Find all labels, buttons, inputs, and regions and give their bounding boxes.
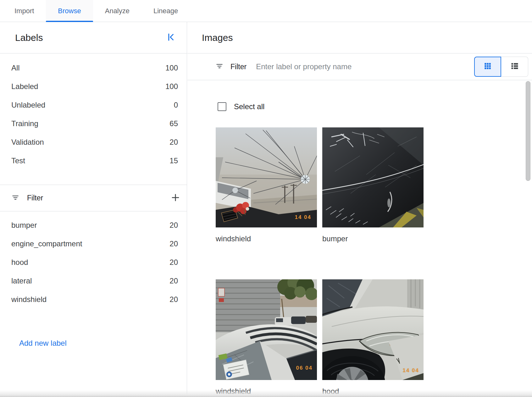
add-new-label-link[interactable]: Add new label — [19, 339, 67, 348]
vertical-scrollbar-thumb[interactable] — [526, 81, 530, 181]
split-count: 100 — [165, 82, 178, 91]
label-row-bumper[interactable]: bumper 20 — [0, 216, 187, 234]
label-name: bumper — [11, 221, 37, 230]
images-panel-header: Images — [187, 22, 532, 53]
image-caption: bumper — [322, 234, 424, 243]
split-row-unlabeled[interactable]: Unlabeled 0 — [0, 96, 187, 114]
label-count: 20 — [169, 277, 178, 285]
label-name: windshield — [11, 295, 47, 304]
split-label: Test — [11, 156, 25, 165]
tab-import[interactable]: Import — [3, 0, 46, 22]
split-count: 15 — [169, 156, 178, 165]
select-all-label: Select all — [234, 102, 264, 111]
photo-timestamp: 14 04 — [295, 214, 311, 221]
collapse-panel-button[interactable] — [165, 32, 176, 43]
image-thumbnail-windshield-1[interactable]: 14 04 — [216, 127, 317, 227]
label-name: hood — [11, 258, 28, 267]
collapse-panel-icon — [166, 32, 175, 43]
split-row-training[interactable]: Training 65 — [0, 114, 187, 133]
labels-filter-row: Filter — [0, 185, 187, 211]
images-filter-label: Filter — [230, 63, 247, 71]
top-tab-bar: Import Browse Analyze Lineage — [0, 0, 532, 22]
image-card: 14 04 hood — [322, 279, 424, 396]
photo-timestamp: 14 04 — [402, 367, 419, 374]
list-view-icon — [510, 62, 519, 72]
image-card: 14 04 windshield — [216, 127, 317, 243]
label-count: 20 — [169, 258, 178, 267]
view-toggle-group — [474, 57, 528, 77]
split-label: Labeled — [11, 82, 38, 91]
label-name: lateral — [11, 277, 32, 285]
labels-panel: Labels All 100 Labeled 100 Unlabeled 0 T… — [0, 22, 187, 397]
split-count: 20 — [169, 138, 178, 147]
split-label: Unlabeled — [11, 101, 45, 109]
label-row-engine-compartment[interactable]: engine_compartment 20 — [0, 234, 187, 253]
image-thumbnail-windshield-2[interactable]: 06 04 — [216, 279, 317, 380]
split-label: Validation — [11, 138, 44, 147]
plus-icon — [171, 193, 180, 204]
image-card: bumper — [322, 127, 424, 243]
label-count: 20 — [169, 221, 178, 230]
label-name: engine_compartment — [11, 239, 82, 248]
tab-analyze[interactable]: Analyze — [93, 0, 141, 22]
list-view-button[interactable] — [501, 57, 528, 77]
image-thumbnail-hood[interactable]: 14 04 — [322, 279, 424, 380]
dataset-split-list: All 100 Labeled 100 Unlabeled 0 Training… — [0, 53, 187, 185]
split-row-all[interactable]: All 100 — [0, 59, 187, 77]
label-count: 20 — [169, 239, 178, 248]
split-count: 100 — [165, 64, 178, 72]
grid-view-button[interactable] — [474, 57, 501, 77]
images-content-area: Select all — [187, 80, 532, 397]
tab-browse[interactable]: Browse — [46, 0, 93, 22]
grid-view-icon — [484, 62, 492, 71]
label-list: bumper 20 engine_compartment 20 hood 20 … — [0, 211, 187, 309]
label-row-lateral[interactable]: lateral 20 — [0, 271, 187, 290]
filter-icon — [215, 62, 224, 71]
split-count: 0 — [174, 101, 178, 109]
split-row-labeled[interactable]: Labeled 100 — [0, 77, 187, 96]
photo-timestamp: 06 04 — [296, 365, 313, 371]
images-panel: Images Filter — [187, 22, 532, 397]
label-row-hood[interactable]: hood 20 — [0, 253, 187, 271]
add-filter-button[interactable] — [169, 191, 182, 205]
labels-filter-label: Filter — [27, 194, 43, 202]
images-filter-row: Filter — [187, 53, 532, 80]
image-thumbnail-bumper[interactable] — [322, 127, 424, 227]
label-row-windshield[interactable]: windshield 20 — [0, 290, 187, 309]
split-label: Training — [11, 119, 38, 128]
image-caption: windshield — [216, 234, 317, 243]
labels-panel-header: Labels — [0, 22, 187, 53]
images-filter-input[interactable] — [255, 62, 474, 71]
image-card: 06 04 windshield — [216, 279, 317, 396]
filter-icon — [11, 193, 19, 203]
split-count: 65 — [169, 119, 178, 128]
images-panel-title: Images — [202, 32, 233, 43]
split-row-validation[interactable]: Validation 20 — [0, 133, 187, 151]
split-row-test[interactable]: Test 15 — [0, 151, 187, 170]
select-all-checkbox[interactable] — [218, 102, 226, 111]
horizontal-scrollbar[interactable] — [0, 390, 532, 397]
tab-lineage[interactable]: Lineage — [141, 0, 190, 22]
labels-panel-title: Labels — [15, 32, 43, 43]
label-count: 20 — [169, 295, 178, 304]
split-label: All — [11, 64, 20, 72]
select-all-control[interactable]: Select all — [218, 102, 264, 111]
